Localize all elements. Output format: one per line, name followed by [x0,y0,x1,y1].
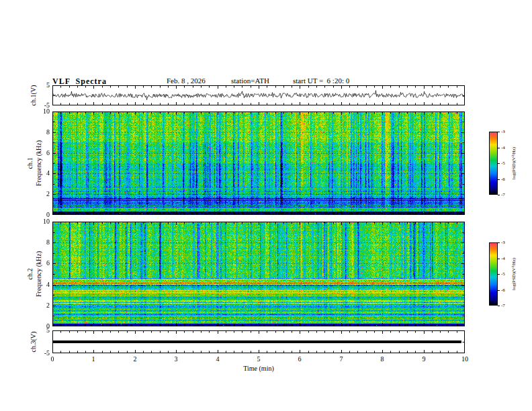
colorbar-tick [498,242,500,243]
y-tick-label: 8 [23,128,50,136]
colorbar-tick-label: -7 [501,303,505,308]
x-axis-title: Time (min) [225,365,292,372]
colorbar-tick [498,148,500,148]
colorbar-tick [498,259,500,259]
colorbar-tick [498,306,500,306]
y-tick-label: 4 [23,169,50,177]
colorbar-ch1 [489,132,498,195]
colorbar-tick [498,163,500,164]
x-tick-label: 2 [127,355,143,363]
colorbar-tick [498,290,500,291]
x-tick-label: 10 [457,355,473,363]
ch1-spec-ylabel-frequency: Frequency (kHz) [35,140,42,186]
y-tick-label: 5 [23,81,50,89]
ch1-spectrogram-panel [52,111,465,215]
y-tick-label: 6 [23,259,50,267]
y-tick-label: 10 [23,218,50,226]
station-label: station=ATH [231,77,269,85]
y-tick-label: 10 [23,107,50,116]
x-tick-label: 0 [44,355,60,363]
colorbar-ch2 [489,242,498,306]
colorbar-tick-label: -7 [501,192,505,197]
x-tick-label: 3 [168,355,184,363]
x-tick-label: 6 [292,355,308,363]
start-ut-label: start UT = 6 :20: 0 [293,77,349,85]
y-tick-label: 2 [23,190,50,198]
ch3-waveform-panel [52,330,465,353]
x-tick-label: 1 [85,355,101,363]
y-tick-label: 2 [23,302,50,310]
vlf-spectra-page: VLF Spectra Feb. 8 , 2026 station=ATH st… [0,0,532,411]
colorbar-tick-label: -3 [501,240,505,245]
x-tick-label: 8 [374,355,390,363]
colorbar2-label: log(PSD)(V²/Hz) [511,258,517,290]
ch2-spec-ylabel-frequency: Frequency (kHz) [35,251,42,297]
colorbar-tick [498,274,500,275]
ch1-spec-ylabel-channel: ch.1 [26,158,34,169]
x-tick-label: 5 [251,355,267,363]
y-tick-label: 5 [23,326,50,334]
colorbar-tick-label: -3 [501,129,505,134]
colorbar-tick-label: -5 [501,161,505,166]
y-tick-label: 6 [23,149,50,157]
y-tick-label: 8 [23,238,50,246]
colorbar-tick-label: -4 [501,256,505,261]
colorbar1-label: log(PSD)(V²/Hz) [511,147,517,179]
ch1-waveform-panel [52,85,465,105]
colorbar-tick [498,179,500,180]
colorbar-tick-label: -6 [501,287,505,293]
x-tick-label: 4 [210,355,226,363]
colorbar-tick [498,195,500,195]
ch2-spec-ylabel-channel: ch.2 [26,269,34,280]
ch2-spectrogram-panel [52,222,465,326]
x-tick-label: 9 [416,355,432,363]
date-label: Feb. 8 , 2026 [167,77,206,85]
y-tick-label: 4 [23,281,50,289]
colorbar-tick-label: -5 [501,271,505,277]
x-tick-label: 7 [333,355,349,363]
colorbar-tick [498,132,500,132]
colorbar-tick-label: -4 [501,145,505,150]
colorbar-tick-label: -6 [501,177,505,182]
